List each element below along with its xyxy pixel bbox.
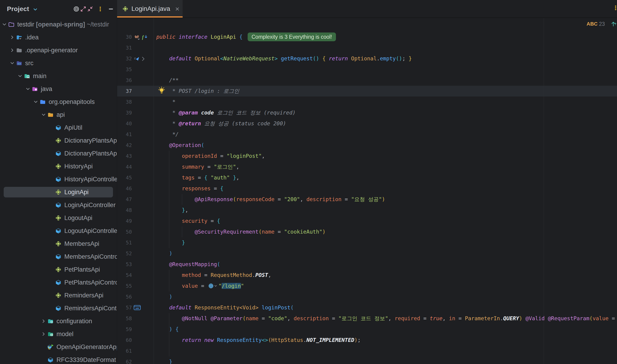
chevron-down-icon[interactable] [9, 60, 15, 66]
code-line-59[interactable]: ) { [117, 324, 617, 335]
tree-item-ApiUtil[interactable]: ApiUtil [0, 121, 117, 134]
code-line-40[interactable]: * @return 요청 성공 (status code 200) [117, 118, 617, 129]
tree-item-HistoryApiController[interactable]: HistoryApiController [0, 173, 117, 186]
code-token: = [608, 315, 617, 321]
tree-item-org.openapitools[interactable]: org.openapitools [0, 95, 117, 108]
tree-item-configuration[interactable]: configuration [0, 315, 117, 328]
code-line-51[interactable]: } [117, 237, 617, 248]
code-line-31[interactable] [117, 42, 617, 53]
hide-panel-icon[interactable] [107, 6, 114, 13]
complexity-hint-badge[interactable]: Complexity is 3 Everything is cool! [248, 32, 336, 41]
tree-item-RFC3339DateFormat[interactable]: RFC3339DateFormat [0, 353, 117, 364]
tree-item-LoginApi[interactable]: LoginApi [0, 186, 117, 199]
tree-item-src[interactable]: src [0, 57, 117, 70]
code-line-61[interactable] [117, 346, 617, 356]
intention-bulb-icon[interactable] [158, 86, 166, 95]
chevron-down-icon[interactable] [40, 112, 47, 118]
code-line-32[interactable]: default Optional<NativeWebRequest> getRe… [117, 53, 617, 64]
code-line-45[interactable]: tags = { "auth" }, [117, 172, 617, 183]
locate-file-icon[interactable] [73, 6, 80, 13]
chevron-right-icon[interactable] [9, 47, 15, 53]
code-line-42[interactable]: @Operation( [117, 140, 617, 151]
code-token [201, 337, 204, 343]
code-line-47[interactable]: @ApiResponse(responseCode = "200", descr… [117, 194, 617, 205]
code-line-44[interactable]: summary = "로그인", [117, 161, 617, 172]
code-line-62[interactable]: } [117, 356, 617, 364]
chevron-down-icon[interactable] [1, 21, 8, 28]
code-line-54[interactable]: method = RequestMethod.POST, [117, 270, 617, 281]
expand-all-icon[interactable] [80, 6, 87, 13]
code-line-57[interactable]: default ResponseEntity<Void> loginPost( [117, 302, 617, 313]
code-token: name [246, 315, 258, 321]
inspections-widget[interactable]: ABC 23 [587, 20, 616, 28]
tree-item-PetPlantsApiController[interactable]: PetPlantsApiController [0, 276, 117, 289]
tree-item-main[interactable]: main [0, 70, 117, 82]
tree-item-DictionaryPlantsApi[interactable]: DictionaryPlantsApi [0, 134, 117, 147]
code-line-39[interactable]: * @param code 로그인 코드 정보 (required) [117, 107, 617, 118]
code-token: = [211, 185, 220, 192]
tree-item-MembersApiController[interactable]: MembersApiController [0, 250, 117, 263]
tree-item-.openapi-generator[interactable]: .openapi-generator [0, 44, 117, 57]
code-line-43[interactable]: operationId = "loginPost", [117, 151, 617, 161]
tree-item-api[interactable]: api [0, 108, 117, 121]
code-line-36[interactable]: /** [117, 75, 617, 86]
tree-item-LoginApiController[interactable]: LoginApiController [0, 199, 117, 211]
project-chevron-down-icon[interactable] [32, 6, 38, 13]
class-icon [55, 228, 62, 234]
code-line-49[interactable]: security = { [117, 216, 617, 226]
collapse-all-icon[interactable] [87, 6, 94, 13]
globe-inlay-icon[interactable] [208, 283, 217, 289]
code-line-41[interactable]: */ [117, 129, 617, 140]
tree-item-LogoutApi[interactable]: LogoutApi [0, 211, 117, 224]
class-icon [55, 150, 62, 157]
code-token [191, 55, 195, 62]
code-line-48[interactable]: }, [117, 205, 617, 216]
code-token [348, 55, 351, 62]
tree-item-DictionaryPlantsApiController[interactable]: DictionaryPlantsApiController [0, 147, 117, 160]
window-options-kebab-icon[interactable] [612, 5, 617, 11]
next-problem-arrow-icon[interactable] [614, 20, 617, 28]
code-token: interface [179, 34, 208, 40]
code-line-56[interactable]: ) [117, 291, 617, 302]
code-line-60[interactable]: return new ResponseEntity<>(HttpStatus.N… [117, 335, 617, 346]
project-panel-title[interactable]: Project [7, 5, 29, 13]
code-line-30[interactable]: public interface LoginApi { [117, 32, 617, 42]
chevron-right-icon[interactable] [40, 331, 47, 337]
tree-item-MembersApi[interactable]: MembersApi [0, 237, 117, 250]
code-line-38[interactable]: * [117, 97, 617, 107]
tree-item-.idea[interactable]: IJ.idea [0, 31, 117, 44]
code-line-37[interactable]: * POST /login : 로그인 [117, 86, 617, 97]
tree-item-testdir[interactable]: testdir [openapi-spring] ~/testdir [0, 18, 117, 31]
tree-item-model[interactable]: model [0, 328, 117, 340]
tree-item-RemindersApi[interactable]: RemindersApi [0, 289, 117, 302]
code-token [258, 305, 262, 311]
code-line-55[interactable]: value = "/login" [117, 281, 617, 291]
tree-item-HistoryApi[interactable]: HistoryApi [0, 160, 117, 173]
chevron-down-icon[interactable] [25, 86, 31, 92]
chevron-right-icon[interactable] [9, 34, 15, 40]
code-token: = [455, 315, 465, 321]
code-line-53[interactable]: @RequestMapping( [117, 259, 617, 270]
code-line-46[interactable]: responses = { [117, 183, 617, 194]
chevron-right-icon[interactable] [40, 318, 47, 324]
code-token [156, 153, 182, 159]
tree-item-OpenApiGeneratorApplication[interactable]: OpenApiGeneratorApplication [0, 340, 117, 353]
code-line-50[interactable]: @SecurityRequirement(name = "cookieAuth"… [117, 226, 617, 237]
tree-item-LogoutApiController[interactable]: LogoutApiController [0, 224, 117, 237]
code-token: ( [201, 142, 204, 148]
tree-item-java[interactable]: java [0, 82, 117, 95]
chevron-down-icon[interactable] [32, 99, 39, 105]
code-line-58[interactable]: @NotNull @Parameter(name = "code", descr… [117, 313, 617, 324]
close-tab-icon[interactable] [174, 6, 180, 12]
tree-item-PetPlantsApi[interactable]: PetPlantsApi [0, 263, 117, 276]
editor-tab-loginapi[interactable]: LoginApi.java [117, 0, 183, 17]
tree-item-RemindersApiController[interactable]: RemindersApiController [0, 302, 117, 315]
code-token: > [255, 305, 258, 311]
code-token: = [208, 218, 217, 224]
code-token: , [185, 207, 188, 213]
code-line-52[interactable]: ) [117, 248, 617, 259]
code-line-35[interactable] [117, 64, 617, 75]
panel-options-kebab-icon[interactable] [97, 6, 104, 13]
class-icon [47, 357, 54, 363]
chevron-down-icon[interactable] [17, 73, 23, 79]
